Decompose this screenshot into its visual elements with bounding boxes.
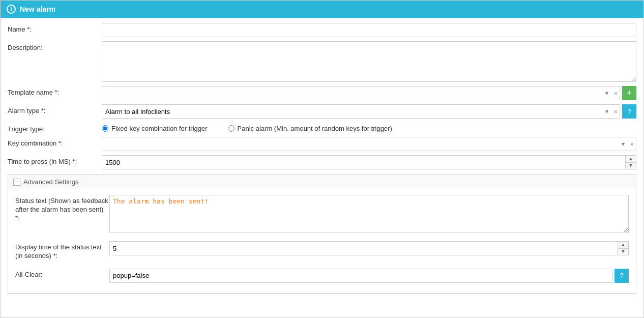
key-combination-select-wrap: ▼ × [102, 137, 636, 151]
alarm-type-select-wrap: Alarm to all Infoclients ▼ × [102, 104, 620, 119]
alarm-type-row: Alarm type *: Alarm to all Infoclients ▼… [8, 104, 636, 119]
display-time-input[interactable] [110, 244, 618, 253]
advanced-settings-header: − Advanced Settings [8, 175, 636, 189]
time-to-press-increment[interactable]: ▲ [626, 156, 636, 163]
key-combination-row: Key combination *: ▼ × [8, 137, 636, 151]
template-select[interactable] [102, 86, 602, 100]
all-clear-help-button[interactable]: ? [614, 269, 629, 283]
main-window: i New alarm Name *: Description: Templat… [0, 0, 644, 318]
trigger-type-label: Trigger type: [8, 123, 102, 133]
status-text-row: Status text (Shown as feedback after the… [15, 193, 629, 235]
trigger-options: Fixed key combination for trigger Panic … [102, 123, 392, 132]
template-select-wrap: ▼ × [102, 86, 620, 100]
description-row: Description: [8, 41, 636, 82]
display-time-row: Display time of the status text (in seco… [15, 239, 629, 263]
advanced-settings-section: − Advanced Settings Status text (Shown a… [8, 175, 636, 294]
display-time-label: Display time of the status text (in seco… [15, 241, 109, 261]
trigger-type-row: Trigger type: Fixed key combination for … [8, 123, 636, 133]
time-to-press-label: Time to press (in MS) *: [8, 155, 102, 165]
name-input[interactable] [102, 23, 636, 37]
add-template-button[interactable]: + [622, 86, 636, 100]
status-text-control-wrap [109, 195, 629, 233]
alarm-type-label: Alarm type *: [8, 104, 102, 114]
trigger-option-2-label: Panic alarm (Min. amount of random keys … [238, 125, 392, 132]
trigger-option-2[interactable]: Panic alarm (Min. amount of random keys … [228, 125, 392, 132]
trigger-radio-1[interactable] [102, 125, 108, 132]
alarm-type-control-wrap: Alarm to all Infoclients ▼ × ? [102, 104, 636, 119]
description-textarea[interactable] [102, 41, 636, 82]
trigger-option-1-label: Fixed key combination for trigger [111, 125, 208, 132]
status-text-label: Status text (Shown as feedback after the… [15, 195, 109, 223]
alarm-type-clear-icon[interactable]: × [611, 108, 620, 115]
template-name-row: Template name *: ▼ × + [8, 86, 636, 100]
key-combination-control-wrap: ▼ × [102, 137, 636, 151]
time-to-press-row: Time to press (in MS) *: ▲ ▼ [8, 155, 636, 169]
all-clear-control-wrap: ? [109, 269, 629, 283]
time-to-press-decrement[interactable]: ▼ [626, 163, 636, 169]
trigger-type-control-wrap: Fixed key combination for trigger Panic … [102, 123, 636, 132]
advanced-settings-body: Status text (Shown as feedback after the… [8, 189, 636, 293]
name-row: Name *: [8, 23, 636, 37]
form-area: Name *: Description: Template name *: ▼ … [1, 18, 643, 304]
name-control-wrap [102, 23, 636, 37]
template-select-clear-icon[interactable]: × [611, 90, 620, 97]
title-icon: i [7, 5, 16, 14]
template-name-control-wrap: ▼ × + [102, 86, 636, 100]
all-clear-label: All-Clear: [15, 269, 109, 279]
alarm-type-select[interactable]: Alarm to all Infoclients [102, 105, 602, 118]
key-combination-select[interactable] [102, 137, 619, 151]
key-combination-label: Key combination *: [8, 137, 102, 147]
alarm-type-help-button[interactable]: ? [622, 104, 636, 119]
time-to-press-control-wrap: ▲ ▼ [102, 155, 636, 169]
trigger-option-1[interactable]: Fixed key combination for trigger [102, 125, 208, 132]
all-clear-input[interactable] [109, 269, 612, 283]
time-to-press-spinner: ▲ ▼ [102, 155, 636, 169]
status-text-textarea[interactable] [109, 195, 629, 233]
display-time-control-wrap: ▲ ▼ [109, 241, 629, 255]
alarm-type-arrow-icon: ▼ [602, 108, 612, 114]
template-name-label: Template name *: [8, 86, 102, 96]
trigger-radio-2[interactable] [228, 125, 235, 132]
advanced-settings-label: Advanced Settings [23, 178, 78, 186]
template-select-arrow-icon: ▼ [602, 90, 612, 96]
key-combination-arrow-icon: ▼ [619, 141, 628, 147]
description-control-wrap [102, 41, 636, 82]
name-label: Name *: [8, 23, 102, 33]
description-label: Description: [8, 41, 102, 51]
display-time-decrement[interactable]: ▼ [618, 249, 628, 255]
title-bar: i New alarm [1, 1, 643, 18]
key-combination-clear-icon[interactable]: × [628, 140, 636, 148]
advanced-collapse-icon[interactable]: − [13, 179, 20, 186]
window-title: New alarm [20, 5, 55, 13]
time-to-press-spinner-btns: ▲ ▼ [625, 156, 636, 169]
time-to-press-input[interactable] [102, 158, 625, 167]
all-clear-row: All-Clear: ? [15, 267, 629, 285]
display-time-spinner: ▲ ▼ [109, 241, 629, 255]
display-time-increment[interactable]: ▲ [618, 242, 628, 249]
display-time-spinner-btns: ▲ ▼ [618, 242, 628, 255]
